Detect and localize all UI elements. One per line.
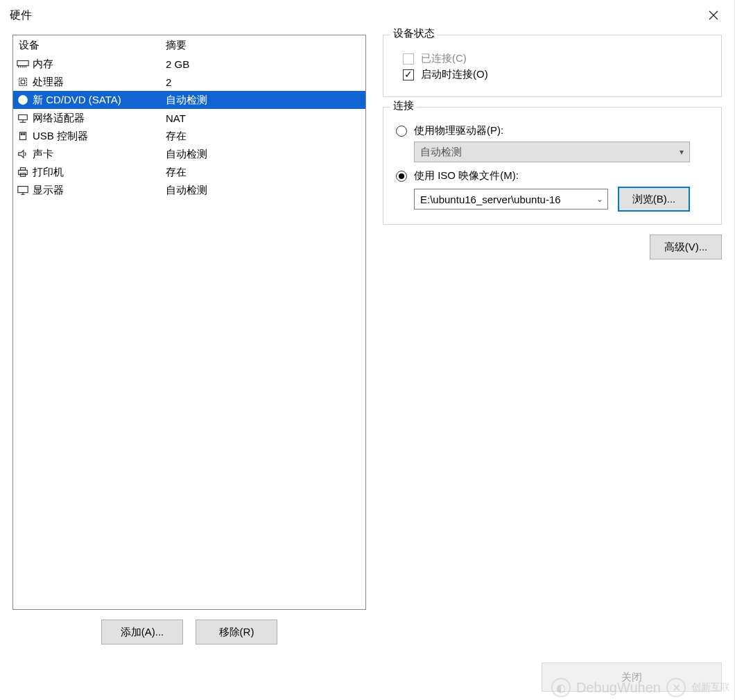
device-summary: 存在 [164, 130, 365, 143]
device-row[interactable]: 显示器 自动检测 [13, 181, 365, 199]
svg-rect-12 [19, 115, 28, 120]
device-list[interactable]: 设备 摘要 内存 2 GB 处理器 2 新 CD/DVD (SATA) 自动检测… [12, 35, 366, 610]
device-row[interactable]: 新 CD/DVD (SATA) 自动检测 [13, 91, 365, 109]
physical-drive-select: 自动检测 ▾ [414, 142, 690, 162]
left-panel: 设备 摘要 内存 2 GB 处理器 2 新 CD/DVD (SATA) 自动检测… [12, 35, 366, 644]
hardware-dialog: 硬件 设备 摘要 内存 2 GB 处理器 2 新 CD/DVD (SATA) [0, 0, 735, 700]
device-row[interactable]: 网络适配器 NAT [13, 109, 365, 127]
advanced-button[interactable]: 高级(V)... [650, 234, 722, 259]
header-summary: 摘要 [164, 39, 365, 52]
device-label: 显示器 [33, 184, 64, 197]
connected-label: 已连接(C) [421, 52, 467, 65]
svg-rect-8 [19, 78, 27, 86]
close-icon[interactable] [697, 0, 730, 31]
connection-legend: 连接 [390, 99, 417, 112]
device-label: USB 控制器 [33, 130, 88, 143]
connect-on-start-checkbox[interactable] [403, 69, 414, 80]
iso-radio[interactable] [396, 171, 407, 182]
status-legend: 设备状态 [390, 27, 438, 40]
chevron-down-icon: ▾ [680, 147, 684, 157]
svg-rect-22 [18, 187, 28, 193]
right-panel: 设备状态 已连接(C) 启动时连接(O) 连接 使用物理驱动器(P): [383, 35, 722, 644]
display-icon [16, 183, 30, 197]
add-button[interactable]: 添加(A)... [101, 620, 183, 644]
svg-point-11 [21, 99, 24, 101]
remove-button[interactable]: 移除(R) [196, 620, 277, 644]
svg-rect-17 [24, 133, 25, 135]
device-label: 网络适配器 [33, 112, 85, 125]
device-label: 处理器 [33, 76, 64, 89]
sound-icon [16, 147, 30, 161]
cpu-icon [16, 75, 30, 89]
physical-drive-label: 使用物理驱动器(P): [414, 124, 503, 137]
device-label: 新 CD/DVD (SATA) [33, 94, 121, 107]
device-summary: 自动检测 [164, 184, 365, 197]
usb-icon [16, 129, 30, 143]
iso-label: 使用 ISO 映像文件(M): [414, 169, 519, 182]
svg-marker-18 [19, 151, 24, 158]
status-group: 设备状态 已连接(C) 启动时连接(O) [383, 35, 722, 97]
chevron-down-icon[interactable]: ⌄ [596, 194, 603, 204]
iso-path-value: E:\ubuntu16_server\ubuntu-16 [420, 194, 561, 205]
printer-icon [16, 165, 30, 179]
device-label: 声卡 [33, 148, 53, 161]
device-row[interactable]: 打印机 存在 [13, 163, 365, 181]
device-row[interactable]: USB 控制器 存在 [13, 127, 365, 145]
device-row[interactable]: 处理器 2 [13, 73, 365, 91]
connect-on-start-label: 启动时连接(O) [421, 68, 488, 81]
svg-rect-9 [21, 80, 24, 83]
disc-icon [16, 93, 30, 107]
connected-checkbox [403, 53, 414, 65]
physical-drive-value: 自动检测 [420, 146, 462, 159]
device-summary: 存在 [164, 166, 365, 179]
svg-rect-20 [20, 168, 25, 171]
memory-icon [16, 57, 30, 71]
device-row[interactable]: 内存 2 GB [13, 55, 365, 73]
device-summary: 2 GB [164, 58, 365, 70]
device-summary: 自动检测 [164, 94, 365, 107]
iso-path-combo[interactable]: E:\ubuntu16_server\ubuntu-16 ⌄ [414, 189, 608, 210]
svg-rect-16 [21, 133, 22, 135]
network-icon [16, 111, 30, 125]
device-summary: 自动检测 [164, 148, 365, 161]
device-label: 打印机 [33, 166, 64, 179]
connection-group: 连接 使用物理驱动器(P): 自动检测 ▾ 使用 ISO 映像文件(M): [383, 107, 722, 225]
device-list-header: 设备 摘要 [13, 35, 365, 55]
device-summary: 2 [164, 76, 365, 88]
dialog-title: 硬件 [10, 8, 32, 23]
close-button[interactable]: 关闭 [542, 663, 722, 692]
physical-drive-radio[interactable] [396, 126, 407, 137]
device-label: 内存 [33, 58, 53, 71]
svg-rect-2 [17, 61, 28, 66]
header-device: 设备 [13, 39, 164, 52]
titlebar: 硬件 [0, 0, 734, 31]
browse-button[interactable]: 浏览(B)... [618, 187, 690, 212]
svg-rect-19 [19, 170, 28, 174]
device-row[interactable]: 声卡 自动检测 [13, 145, 365, 163]
device-summary: NAT [164, 112, 365, 124]
